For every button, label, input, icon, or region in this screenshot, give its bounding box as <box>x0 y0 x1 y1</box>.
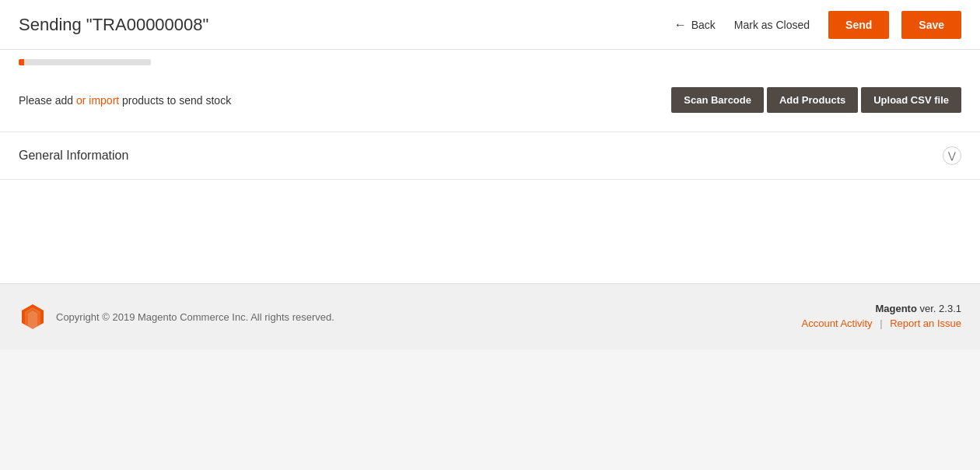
save-button[interactable]: Save <box>901 11 961 39</box>
send-button[interactable]: Send <box>828 11 889 39</box>
import-link[interactable]: or import <box>76 94 119 107</box>
mark-as-closed-button[interactable]: Mark as Closed <box>728 19 816 31</box>
footer-right: Magento ver. 2.3.1 Account Activity | Re… <box>802 303 961 329</box>
products-section: Please add or import products to send st… <box>0 68 980 132</box>
scan-barcode-button[interactable]: Scan Barcode <box>671 87 764 113</box>
collapse-icon[interactable]: ⋁ <box>943 146 961 165</box>
products-buttons: Scan Barcode Add Products Upload CSV fil… <box>671 87 961 113</box>
page-header: Sending "TRA00000008" ← Back Mark as Clo… <box>0 0 980 50</box>
general-info-title: General Information <box>19 149 128 163</box>
footer-version-number: ver. 2.3.1 <box>920 303 961 314</box>
message-prefix: Please add <box>19 94 76 107</box>
upload-csv-button[interactable]: Upload CSV file <box>861 87 961 113</box>
progress-section <box>0 50 980 65</box>
progress-bar-fill <box>19 59 24 65</box>
back-label: Back <box>691 19 716 31</box>
add-products-button[interactable]: Add Products <box>767 87 858 113</box>
report-issue-link[interactable]: Report an Issue <box>890 317 961 329</box>
progress-bar-container <box>19 59 151 65</box>
general-info-section: General Information ⋁ <box>0 132 980 180</box>
message-suffix: products to send stock <box>119 94 231 107</box>
main-content: Please add or import products to send st… <box>0 50 980 283</box>
content-spacer <box>0 180 980 242</box>
account-activity-link[interactable]: Account Activity <box>802 317 873 329</box>
footer-left: Copyright © 2019 Magento Commerce Inc. A… <box>19 303 334 331</box>
back-link[interactable]: ← Back <box>674 18 716 32</box>
footer-brand: Magento <box>875 303 916 314</box>
header-actions: ← Back Mark as Closed Send Save <box>674 11 961 39</box>
page-footer: Copyright © 2019 Magento Commerce Inc. A… <box>0 283 980 349</box>
footer-copyright: Copyright © 2019 Magento Commerce Inc. A… <box>56 311 334 323</box>
footer-separator: | <box>880 317 882 329</box>
footer-links: Account Activity | Report an Issue <box>802 317 961 329</box>
footer-version: Magento ver. 2.3.1 <box>802 303 961 314</box>
page-title: Sending "TRA00000008" <box>19 15 208 35</box>
magento-logo-icon <box>19 303 47 331</box>
products-message: Please add or import products to send st… <box>19 94 231 107</box>
chevron-down-icon: ⋁ <box>948 150 956 161</box>
back-arrow-icon: ← <box>674 18 687 32</box>
